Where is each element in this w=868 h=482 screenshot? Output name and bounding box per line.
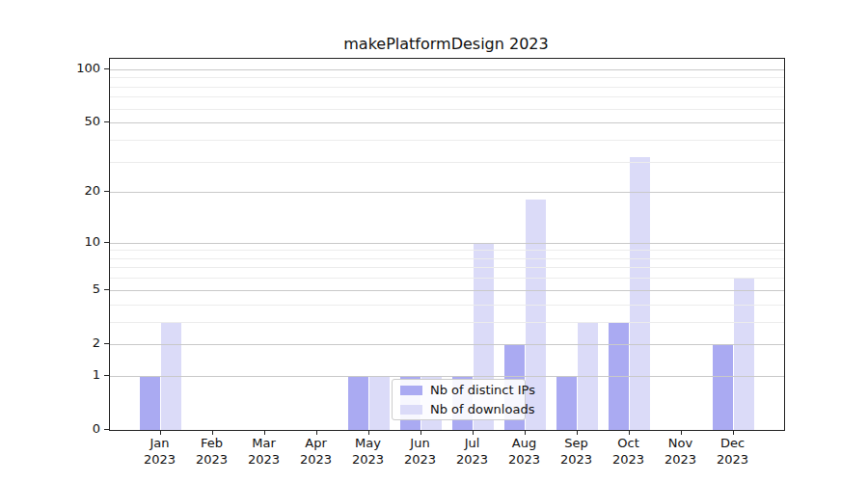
legend-label-downloads: Nb of downloads: [430, 402, 534, 416]
x-tick-label: Jul 2023: [447, 435, 499, 468]
x-tick: [160, 430, 161, 435]
x-tick: [629, 430, 630, 435]
x-tick-label: Jan 2023: [134, 435, 186, 468]
major-gridline: [110, 376, 784, 377]
x-tick: [733, 430, 734, 435]
legend-swatch-downloads: [400, 405, 422, 415]
x-tick-label: Aug 2023: [499, 435, 551, 468]
x-tick-label: Mar 2023: [238, 435, 290, 468]
x-tick-label: Jun 2023: [394, 435, 447, 468]
x-tick: [525, 430, 526, 435]
bar-downloads: [734, 278, 755, 430]
x-tick: [316, 430, 317, 435]
x-tick-label: Sep 2023: [551, 435, 603, 468]
y-tick-label: 0: [42, 421, 100, 437]
x-tick: [420, 430, 421, 435]
minor-gridline: [110, 258, 784, 259]
x-tick-label: Oct 2023: [603, 435, 655, 468]
bar-downloads: [369, 376, 391, 430]
x-tick: [577, 430, 578, 435]
chart-title: makePlatformDesign 2023: [109, 35, 783, 53]
bar-distinct-ips: [713, 344, 734, 430]
x-tick-label: Feb 2023: [186, 435, 238, 468]
x-tick: [473, 430, 474, 435]
minor-gridline: [110, 250, 784, 251]
y-tick-label: 5: [42, 281, 100, 297]
major-gridline: [110, 122, 784, 123]
y-tick: [104, 343, 109, 344]
plot-area: Nb of distinct IPs Nb of downloads: [109, 58, 785, 431]
y-tick-label: 50: [42, 114, 100, 129]
minor-gridline: [110, 267, 784, 268]
bar-distinct-ips: [348, 376, 369, 430]
y-tick-label: 100: [42, 61, 100, 76]
bar-distinct-ips: [140, 376, 161, 430]
legend-item-distinct-ips: Nb of distinct IPs: [400, 383, 517, 397]
x-tick: [681, 430, 682, 435]
minor-gridline: [110, 162, 784, 163]
legend: Nb of distinct IPs Nb of downloads: [392, 379, 526, 420]
x-tick-label: Nov 2023: [655, 435, 707, 468]
y-tick: [104, 429, 109, 430]
figure: makePlatformDesign 2023 Nb of distinct I…: [0, 0, 868, 482]
major-gridline: [110, 69, 784, 70]
y-tick: [104, 121, 109, 122]
minor-gridline: [110, 96, 784, 97]
minor-gridline: [110, 140, 784, 141]
y-tick: [104, 68, 109, 69]
minor-gridline: [110, 77, 784, 78]
major-gridline: [110, 344, 784, 345]
y-tick-label: 2: [42, 335, 100, 351]
minor-gridline: [110, 109, 784, 110]
y-tick: [104, 375, 109, 376]
major-gridline: [110, 243, 784, 244]
y-tick: [104, 289, 109, 290]
x-tick-label: Apr 2023: [290, 435, 342, 468]
x-tick-label: Dec 2023: [707, 435, 759, 468]
x-tick-label: May 2023: [342, 435, 394, 468]
legend-swatch-distinct-ips: [400, 386, 422, 395]
y-tick-label: 1: [42, 367, 100, 383]
major-gridline: [110, 192, 784, 193]
bar-downloads: [630, 157, 651, 431]
minor-gridline: [110, 278, 784, 279]
legend-label-distinct-ips: Nb of distinct IPs: [430, 383, 535, 397]
y-tick-label: 20: [42, 183, 100, 199]
legend-item-downloads: Nb of downloads: [400, 402, 517, 416]
y-tick: [104, 191, 109, 192]
y-tick-label: 10: [42, 234, 100, 250]
minor-gridline: [110, 87, 784, 88]
x-tick: [264, 430, 265, 435]
x-tick: [212, 430, 213, 435]
y-tick: [104, 242, 109, 243]
x-tick: [368, 430, 369, 435]
major-gridline: [110, 290, 784, 291]
bar-distinct-ips: [556, 376, 578, 430]
minor-gridline: [110, 322, 784, 323]
minor-gridline: [110, 305, 784, 306]
